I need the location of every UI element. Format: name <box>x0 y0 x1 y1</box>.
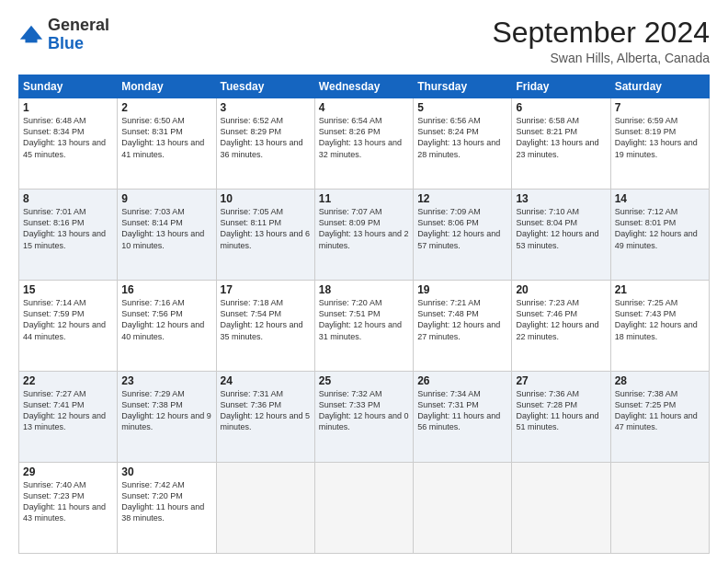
cell-info: Sunrise: 7:12 AMSunset: 8:01 PMDaylight:… <box>615 206 705 251</box>
day-of-week-thursday: Thursday <box>414 75 512 98</box>
day-number: 24 <box>221 374 311 387</box>
calendar-cell: 18Sunrise: 7:20 AMSunset: 7:51 PMDayligh… <box>314 281 413 372</box>
cell-info: Sunrise: 7:42 AMSunset: 7:20 PMDaylight:… <box>121 479 211 524</box>
calendar-cell: 21Sunrise: 7:25 AMSunset: 7:43 PMDayligh… <box>610 281 709 372</box>
cell-info: Sunrise: 7:27 AMSunset: 7:41 PMDaylight:… <box>23 388 113 433</box>
day-number: 8 <box>23 192 113 205</box>
cell-info: Sunrise: 7:31 AMSunset: 7:36 PMDaylight:… <box>221 388 311 433</box>
calendar-cell: 28Sunrise: 7:38 AMSunset: 7:25 PMDayligh… <box>610 372 709 463</box>
cell-info: Sunrise: 7:18 AMSunset: 7:54 PMDaylight:… <box>221 297 311 342</box>
calendar-cell: 13Sunrise: 7:10 AMSunset: 8:04 PMDayligh… <box>512 190 610 281</box>
calendar-cell: 27Sunrise: 7:36 AMSunset: 7:28 PMDayligh… <box>512 372 610 463</box>
calendar-cell: 16Sunrise: 7:16 AMSunset: 7:56 PMDayligh… <box>118 281 216 372</box>
day-of-week-tuesday: Tuesday <box>216 75 314 98</box>
day-of-week-wednesday: Wednesday <box>314 75 413 98</box>
day-number: 17 <box>221 283 311 296</box>
day-number: 26 <box>417 374 507 387</box>
calendar-cell: 24Sunrise: 7:31 AMSunset: 7:36 PMDayligh… <box>216 372 314 463</box>
day-number: 9 <box>121 192 211 205</box>
cell-info: Sunrise: 6:50 AMSunset: 8:31 PMDaylight:… <box>121 115 211 160</box>
cell-info: Sunrise: 7:40 AMSunset: 7:23 PMDaylight:… <box>23 479 113 524</box>
calendar-cell: 8Sunrise: 7:01 AMSunset: 8:16 PMDaylight… <box>19 190 118 281</box>
calendar-row: 1Sunrise: 6:48 AMSunset: 8:34 PMDaylight… <box>19 98 710 190</box>
cell-info: Sunrise: 7:29 AMSunset: 7:38 PMDaylight:… <box>121 388 211 433</box>
calendar-cell: 23Sunrise: 7:29 AMSunset: 7:38 PMDayligh… <box>118 372 216 463</box>
calendar-cell <box>216 463 314 554</box>
day-number: 1 <box>23 101 113 114</box>
calendar-cell: 12Sunrise: 7:09 AMSunset: 8:06 PMDayligh… <box>414 190 512 281</box>
day-of-week-sunday: Sunday <box>19 75 118 98</box>
location: Swan Hills, Alberta, Canada <box>492 51 710 65</box>
calendar-cell: 20Sunrise: 7:23 AMSunset: 7:46 PMDayligh… <box>512 281 610 372</box>
calendar-cell: 29Sunrise: 7:40 AMSunset: 7:23 PMDayligh… <box>19 463 118 554</box>
calendar-cell: 26Sunrise: 7:34 AMSunset: 7:31 PMDayligh… <box>414 372 512 463</box>
calendar-cell: 14Sunrise: 7:12 AMSunset: 8:01 PMDayligh… <box>610 190 709 281</box>
day-number: 29 <box>23 465 113 478</box>
day-number: 18 <box>319 283 409 296</box>
calendar-row: 8Sunrise: 7:01 AMSunset: 8:16 PMDaylight… <box>19 190 710 281</box>
day-number: 14 <box>615 192 705 205</box>
calendar-cell: 1Sunrise: 6:48 AMSunset: 8:34 PMDaylight… <box>19 98 118 190</box>
calendar-row: 22Sunrise: 7:27 AMSunset: 7:41 PMDayligh… <box>19 372 710 463</box>
calendar-cell: 25Sunrise: 7:32 AMSunset: 7:33 PMDayligh… <box>314 372 413 463</box>
cell-info: Sunrise: 7:32 AMSunset: 7:33 PMDaylight:… <box>319 388 409 433</box>
cell-info: Sunrise: 7:14 AMSunset: 7:59 PMDaylight:… <box>23 297 113 342</box>
calendar-cell: 22Sunrise: 7:27 AMSunset: 7:41 PMDayligh… <box>19 372 118 463</box>
cell-info: Sunrise: 7:20 AMSunset: 7:51 PMDaylight:… <box>319 297 409 342</box>
day-number: 13 <box>516 192 606 205</box>
day-number: 22 <box>23 374 113 387</box>
cell-info: Sunrise: 7:34 AMSunset: 7:31 PMDaylight:… <box>417 388 507 433</box>
cell-info: Sunrise: 7:36 AMSunset: 7:28 PMDaylight:… <box>516 388 606 433</box>
calendar-row: 15Sunrise: 7:14 AMSunset: 7:59 PMDayligh… <box>19 281 710 372</box>
cell-info: Sunrise: 6:58 AMSunset: 8:21 PMDaylight:… <box>516 115 606 160</box>
cell-info: Sunrise: 7:05 AMSunset: 8:11 PMDaylight:… <box>221 206 311 251</box>
calendar-cell: 19Sunrise: 7:21 AMSunset: 7:48 PMDayligh… <box>414 281 512 372</box>
calendar-cell: 17Sunrise: 7:18 AMSunset: 7:54 PMDayligh… <box>216 281 314 372</box>
calendar-cell: 2Sunrise: 6:50 AMSunset: 8:31 PMDaylight… <box>118 98 216 190</box>
day-of-week-friday: Friday <box>512 75 610 98</box>
calendar-header-row: SundayMondayTuesdayWednesdayThursdayFrid… <box>19 75 710 98</box>
cell-info: Sunrise: 7:01 AMSunset: 8:16 PMDaylight:… <box>23 206 113 251</box>
title-block: September 2024 Swan Hills, Alberta, Cana… <box>492 17 710 65</box>
day-number: 25 <box>319 374 409 387</box>
day-number: 15 <box>23 283 113 296</box>
calendar-cell: 11Sunrise: 7:07 AMSunset: 8:09 PMDayligh… <box>314 190 413 281</box>
calendar-cell <box>414 463 512 554</box>
cell-info: Sunrise: 7:21 AMSunset: 7:48 PMDaylight:… <box>417 297 507 342</box>
month-title: September 2024 <box>492 17 710 49</box>
day-number: 12 <box>417 192 507 205</box>
logo-blue-text: Blue <box>48 34 84 52</box>
cell-info: Sunrise: 7:25 AMSunset: 7:43 PMDaylight:… <box>615 297 705 342</box>
day-number: 30 <box>121 465 211 478</box>
day-number: 11 <box>319 192 409 205</box>
day-number: 6 <box>516 101 606 114</box>
cell-info: Sunrise: 6:52 AMSunset: 8:29 PMDaylight:… <box>221 115 311 160</box>
calendar-cell: 7Sunrise: 6:59 AMSunset: 8:19 PMDaylight… <box>610 98 709 190</box>
day-number: 2 <box>121 101 211 114</box>
cell-info: Sunrise: 6:54 AMSunset: 8:26 PMDaylight:… <box>319 115 409 160</box>
cell-info: Sunrise: 6:59 AMSunset: 8:19 PMDaylight:… <box>615 115 705 160</box>
cell-info: Sunrise: 7:10 AMSunset: 8:04 PMDaylight:… <box>516 206 606 251</box>
day-number: 19 <box>417 283 507 296</box>
svg-marker-0 <box>20 26 42 40</box>
day-number: 28 <box>615 374 705 387</box>
cell-info: Sunrise: 6:56 AMSunset: 8:24 PMDaylight:… <box>417 115 507 160</box>
logo-general-text: General <box>48 16 109 34</box>
cell-info: Sunrise: 7:07 AMSunset: 8:09 PMDaylight:… <box>319 206 409 251</box>
cell-info: Sunrise: 7:16 AMSunset: 7:56 PMDaylight:… <box>121 297 211 342</box>
calendar-cell: 3Sunrise: 6:52 AMSunset: 8:29 PMDaylight… <box>216 98 314 190</box>
day-of-week-saturday: Saturday <box>610 75 709 98</box>
day-number: 27 <box>516 374 606 387</box>
day-number: 10 <box>221 192 311 205</box>
calendar-cell <box>610 463 709 554</box>
cell-info: Sunrise: 6:48 AMSunset: 8:34 PMDaylight:… <box>23 115 113 160</box>
cell-info: Sunrise: 7:09 AMSunset: 8:06 PMDaylight:… <box>417 206 507 251</box>
day-number: 5 <box>417 101 507 114</box>
logo-icon <box>18 22 44 48</box>
day-number: 7 <box>615 101 705 114</box>
calendar-row: 29Sunrise: 7:40 AMSunset: 7:23 PMDayligh… <box>19 463 710 554</box>
calendar-cell: 4Sunrise: 6:54 AMSunset: 8:26 PMDaylight… <box>314 98 413 190</box>
day-number: 23 <box>121 374 211 387</box>
page: General Blue September 2024 Swan Hills, … <box>0 0 728 563</box>
day-number: 3 <box>221 101 311 114</box>
